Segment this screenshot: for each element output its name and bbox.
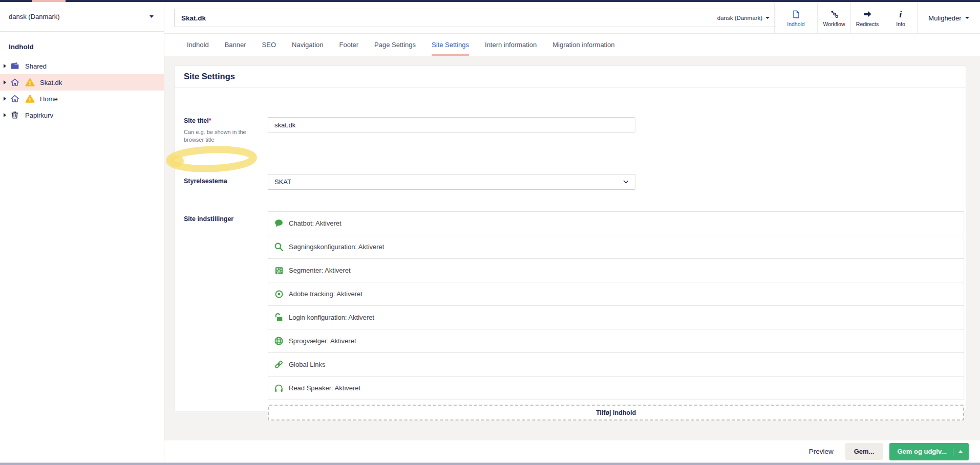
setting-item-language-picker[interactable]: Sprogvælger: Aktiveret xyxy=(268,329,964,353)
tab-migration-information[interactable]: Migration information xyxy=(552,34,614,56)
preview-button[interactable]: Preview xyxy=(804,444,839,459)
content-tabs: Indhold Banner SEO Navigation Footer Pag… xyxy=(164,34,980,56)
setting-item-label: Adobe tracking: Aktiveret xyxy=(289,290,363,298)
sidebar-language-selector[interactable]: dansk (Danmark) xyxy=(0,2,164,32)
tree-item-skat-dk[interactable]: Skat.dk xyxy=(0,74,164,91)
tree-item-label: Skat.dk xyxy=(40,79,62,86)
tab-intern-information[interactable]: Intern information xyxy=(485,34,537,56)
save-and-publish-label: Gem og udgiv... xyxy=(897,448,947,455)
site-title-description: Can e.g. be shown in the browser title xyxy=(184,128,250,144)
tab-site-settings[interactable]: Site Settings xyxy=(432,34,469,56)
setting-item-chatbot[interactable]: Chatbot: Aktiveret xyxy=(268,211,964,235)
expand-caret-icon[interactable] xyxy=(4,80,6,84)
card-header: Site Settings xyxy=(175,66,966,87)
tab-indhold[interactable]: Indhold xyxy=(187,34,209,56)
globe-icon xyxy=(274,336,284,346)
chevron-down-icon xyxy=(765,17,770,19)
document-title-value: Skat.dk xyxy=(181,14,206,22)
header-actions: Indhold Workflow Redirects i Info Muligh… xyxy=(774,2,980,34)
trash-icon xyxy=(10,110,19,120)
app-tab-indhold[interactable]: Indhold xyxy=(774,2,817,34)
chevron-up-icon[interactable] xyxy=(958,450,963,453)
tab-navigation[interactable]: Navigation xyxy=(292,34,323,56)
site-settings-form: Site titel* Can e.g. be shown in the bro… xyxy=(175,87,966,412)
options-button-label: Muligheder xyxy=(928,14,961,22)
page-title: Site Settings xyxy=(184,72,235,81)
app-tab-label: Info xyxy=(896,21,905,27)
home-icon xyxy=(10,94,19,103)
variant-language-selector[interactable]: dansk (Danmark) xyxy=(717,15,770,21)
save-button[interactable]: Gem... xyxy=(845,443,883,460)
expand-caret-icon[interactable] xyxy=(4,97,6,101)
select-chevron-icon xyxy=(623,180,629,184)
setting-item-label: Login konfiguration: Aktiveret xyxy=(289,314,374,321)
chat-icon xyxy=(274,218,284,228)
settings-list: Chatbot: Aktiveret Søgningskonfiguration… xyxy=(268,211,964,400)
setting-item-read-speaker[interactable]: Read Speaker: Aktiveret xyxy=(268,376,964,400)
home-icon xyxy=(10,78,19,87)
tree-item-label: Papirkurv xyxy=(25,112,53,119)
tree-item-label: Shared xyxy=(25,62,47,70)
app-tab-redirects[interactable]: Redirects xyxy=(850,2,884,34)
setting-item-adobe-tracking[interactable]: Adobe tracking: Aktiveret xyxy=(268,282,964,306)
setting-item-global-links[interactable]: Global Links xyxy=(268,352,964,377)
tab-banner[interactable]: Banner xyxy=(225,34,246,56)
bottom-edge-bar xyxy=(0,462,980,465)
chevron-down-icon xyxy=(965,17,969,19)
document-title-input[interactable]: Skat.dk dansk (Danmark) xyxy=(174,9,776,27)
setting-item-label: Global Links xyxy=(289,361,326,368)
variant-language-label: dansk (Danmark) xyxy=(717,15,762,21)
info-icon: i xyxy=(896,9,906,19)
expand-caret-icon[interactable] xyxy=(4,64,6,68)
tree-item-papirkurv[interactable]: Papirkurv xyxy=(0,107,164,123)
content-tree: Shared Skat.dk Home Papirkurv xyxy=(0,58,164,123)
site-title-input[interactable] xyxy=(268,117,635,132)
app-tab-label: Indhold xyxy=(787,21,804,27)
theme-select[interactable]: SKAT xyxy=(268,174,635,190)
expand-caret-icon[interactable] xyxy=(4,113,6,117)
app-tab-label: Workflow xyxy=(823,21,845,27)
link-icon xyxy=(274,360,284,369)
chevron-down-icon xyxy=(150,15,154,18)
editor-header: Skat.dk dansk (Danmark) Indhold Workflow xyxy=(164,2,980,34)
redirect-arrow-icon xyxy=(862,9,872,19)
content-area: Site Settings Site titel* Can e.g. be sh… xyxy=(164,56,980,440)
segments-icon xyxy=(274,265,284,275)
setting-item-search[interactable]: Søgningskonfiguration: Aktiveret xyxy=(268,235,964,259)
sidebar-language-label: dansk (Danmark) xyxy=(9,13,60,20)
umbraco-content-editor: dansk (Danmark) Indhold Shared Skat.dk H… xyxy=(0,0,980,465)
theme-label: Styrelsestema xyxy=(184,178,227,185)
top-strip-accent xyxy=(32,0,66,2)
tree-item-label: Home xyxy=(40,95,58,103)
setting-item-login[interactable]: Login konfiguration: Aktiveret xyxy=(268,305,964,329)
tree-item-shared[interactable]: Shared xyxy=(0,58,164,74)
options-button[interactable]: Muligheder xyxy=(917,2,980,34)
setting-item-label: Segmenter: Aktiveret xyxy=(289,267,351,274)
add-content-button[interactable]: Tilføj indhold xyxy=(268,405,964,420)
content-tree-sidebar: dansk (Danmark) Indhold Shared Skat.dk H… xyxy=(0,2,164,462)
headphones-icon xyxy=(274,383,284,393)
top-progress-strip xyxy=(0,0,980,2)
site-settings-label: Site indstillinger xyxy=(184,215,233,223)
app-tab-label: Redirects xyxy=(856,21,879,27)
tab-page-settings[interactable]: Page Settings xyxy=(374,34,416,56)
app-tab-workflow[interactable]: Workflow xyxy=(817,2,850,34)
warning-icon xyxy=(25,94,35,103)
tab-footer[interactable]: Footer xyxy=(339,34,358,56)
folder-icon xyxy=(10,61,19,71)
site-settings-card: Site Settings Site titel* Can e.g. be sh… xyxy=(174,65,966,411)
lock-open-icon xyxy=(274,313,284,322)
tab-seo[interactable]: SEO xyxy=(262,34,276,56)
setting-item-segments[interactable]: Segmenter: Aktiveret xyxy=(268,258,964,282)
tree-section-title: Indhold xyxy=(0,32,164,58)
tree-item-home[interactable]: Home xyxy=(0,91,164,107)
warning-icon xyxy=(25,78,35,87)
save-and-publish-button[interactable]: Gem og udgiv... xyxy=(889,443,969,460)
setting-item-label: Søgningskonfiguration: Aktiveret xyxy=(289,243,384,251)
app-tab-info[interactable]: i Info xyxy=(884,2,917,34)
button-divider xyxy=(953,448,953,456)
workflow-icon xyxy=(829,9,839,19)
required-mark: * xyxy=(209,117,211,124)
setting-item-label: Chatbot: Aktiveret xyxy=(289,219,342,227)
search-icon xyxy=(274,242,284,252)
